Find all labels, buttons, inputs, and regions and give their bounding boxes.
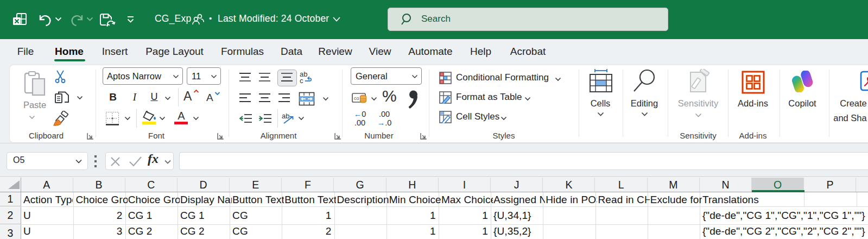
svg-text:ab: ab [282, 112, 289, 120]
svg-text:c: c [300, 77, 303, 85]
svg-text:co: co [354, 96, 359, 101]
